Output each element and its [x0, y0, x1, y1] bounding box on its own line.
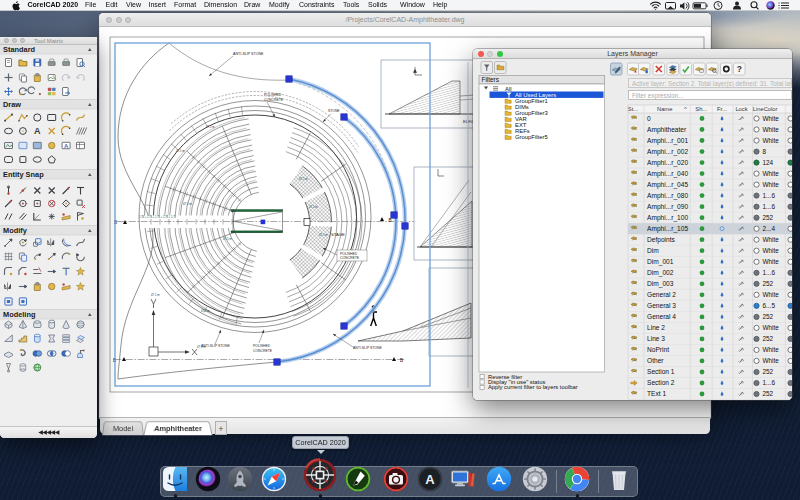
- svg-text:Amphi...r_045: Amphi...r_045: [647, 181, 688, 189]
- svg-text:White: White: [763, 324, 780, 331]
- svg-text:White: White: [763, 170, 780, 177]
- svg-text:GroupFilter3: GroupFilter3: [515, 110, 548, 116]
- svg-text:1...6: 1...6: [763, 203, 776, 210]
- svg-text:All: All: [505, 86, 512, 92]
- svg-text:Filters: Filters: [482, 76, 499, 83]
- svg-text:47.1 m: 47.1 m: [197, 345, 206, 349]
- svg-text:124: 124: [763, 159, 774, 166]
- svg-text:All Used Layers: All Used Layers: [515, 92, 556, 98]
- svg-text:TExt 1: TExt 1: [647, 390, 666, 397]
- svg-text:Amphi...r_090: Amphi...r_090: [647, 203, 688, 211]
- svg-text:A: A: [34, 126, 41, 136]
- svg-text:252: 252: [763, 280, 774, 287]
- svg-text:Other: Other: [647, 357, 664, 364]
- svg-text:CONCRETE: CONCRETE: [253, 349, 273, 353]
- svg-text:Section 1: Section 1: [647, 368, 675, 375]
- svg-text:252: 252: [763, 214, 774, 221]
- svg-text:ANTI-SLIP STONE: ANTI-SLIP STONE: [233, 52, 264, 56]
- svg-text:Defpoints: Defpoints: [647, 236, 676, 244]
- svg-text:Modeling: Modeling: [3, 309, 36, 318]
- svg-text:47.1 m: 47.1 m: [206, 125, 215, 129]
- svg-text:White: White: [763, 236, 780, 243]
- svg-text:White: White: [763, 247, 780, 254]
- svg-text:St...: St...: [628, 106, 639, 112]
- svg-text:252: 252: [763, 390, 774, 397]
- svg-text:General 2: General 2: [647, 291, 676, 298]
- svg-text:White: White: [763, 181, 780, 188]
- svg-text:252: 252: [763, 335, 774, 342]
- svg-text:Fr...: Fr...: [717, 106, 727, 112]
- svg-text:6...5: 6...5: [763, 302, 776, 309]
- svg-text:POLISHED: POLISHED: [253, 344, 271, 348]
- svg-text:White: White: [763, 346, 780, 353]
- svg-text:Draw: Draw: [3, 99, 21, 108]
- svg-text:Standard: Standard: [3, 44, 36, 53]
- svg-text:White: White: [763, 126, 780, 133]
- svg-text:1...6: 1...6: [763, 192, 776, 199]
- svg-text:Section 2: Section 2: [647, 379, 675, 386]
- svg-text:Sh...: Sh...: [695, 106, 707, 112]
- svg-text:GroupFilter5: GroupFilter5: [515, 134, 548, 140]
- svg-text:Amphi...r_001: Amphi...r_001: [647, 137, 688, 145]
- svg-text:Amphi...r_105: Amphi...r_105: [647, 225, 688, 233]
- svg-text:Dim_002: Dim_002: [647, 269, 674, 277]
- svg-text:White: White: [763, 115, 780, 122]
- svg-text:POLISHED: POLISHED: [340, 252, 358, 256]
- svg-text:General 3: General 3: [647, 302, 676, 309]
- svg-text:252: 252: [763, 368, 774, 375]
- svg-text:NoPrint: NoPrint: [647, 346, 669, 353]
- svg-text:47.1 m: 47.1 m: [223, 237, 232, 241]
- svg-text:Amphi...r_040: Amphi...r_040: [647, 170, 688, 178]
- svg-text:Apply current filter to layers: Apply current filter to layers toolbar: [488, 384, 578, 390]
- svg-text:CONCRETE: CONCRETE: [264, 98, 284, 102]
- svg-text:Amphi...r_020: Amphi...r_020: [647, 159, 688, 167]
- svg-text:A: A: [64, 142, 69, 148]
- svg-text:Amphi...r_080: Amphi...r_080: [647, 192, 688, 200]
- svg-text:Amphitheater: Amphitheater: [647, 126, 687, 134]
- svg-text:STAGE: STAGE: [331, 232, 345, 237]
- svg-text:Dim: Dim: [647, 247, 659, 254]
- svg-text:B: B: [400, 358, 403, 363]
- svg-text:White: White: [763, 258, 780, 265]
- svg-text:ANTI-SLIP STONE: ANTI-SLIP STONE: [353, 346, 382, 350]
- svg-text:POLISHED: POLISHED: [264, 93, 282, 97]
- svg-text:47.1 m: 47.1 m: [309, 205, 318, 209]
- svg-text:White: White: [763, 291, 780, 298]
- svg-text:A: A: [425, 472, 435, 487]
- svg-text:Dim_001: Dim_001: [647, 258, 674, 266]
- svg-text:CONCRETE: CONCRETE: [340, 256, 360, 260]
- svg-text:Name: Name: [657, 106, 672, 112]
- svg-text:47.1 m: 47.1 m: [319, 233, 328, 237]
- svg-text:1...6: 1...6: [763, 269, 776, 276]
- svg-text:0: 0: [647, 115, 651, 122]
- svg-text:White: White: [763, 357, 780, 364]
- svg-text:LineColor: LineColor: [753, 106, 778, 112]
- svg-text:Entity Snap: Entity Snap: [3, 169, 44, 178]
- svg-text:Lock: Lock: [735, 106, 747, 112]
- svg-text:?: ?: [737, 64, 742, 74]
- svg-text:8: 8: [763, 148, 767, 155]
- svg-text:47.1 m: 47.1 m: [201, 309, 210, 313]
- svg-text:Amphi...r_100: Amphi...r_100: [647, 214, 688, 222]
- svg-text:Line 2: Line 2: [647, 324, 665, 331]
- svg-text:General 4: General 4: [647, 313, 676, 320]
- svg-text:47.1 m: 47.1 m: [151, 293, 160, 297]
- svg-text:1...6: 1...6: [763, 379, 776, 386]
- svg-text:47.1 m: 47.1 m: [176, 149, 185, 153]
- svg-text:STONE: STONE: [328, 109, 340, 113]
- svg-text:47.1 m: 47.1 m: [183, 202, 192, 206]
- svg-text:Amphi...r_002: Amphi...r_002: [647, 148, 688, 156]
- svg-text:Dim_003: Dim_003: [647, 280, 674, 288]
- svg-text:Line 3: Line 3: [647, 335, 665, 342]
- svg-text:White: White: [763, 137, 780, 144]
- svg-text:1.78 + 1.78 + 1.78 + 1.78 + 1.: 1.78 + 1.78 + 1.78 + 1.78 + 1.78: [139, 215, 177, 219]
- svg-text:2...4: 2...4: [763, 225, 776, 232]
- svg-text:47.1 m: 47.1 m: [299, 177, 308, 181]
- svg-text:Modify: Modify: [3, 225, 28, 234]
- svg-text:^: ^: [684, 106, 687, 112]
- svg-text:252: 252: [763, 313, 774, 320]
